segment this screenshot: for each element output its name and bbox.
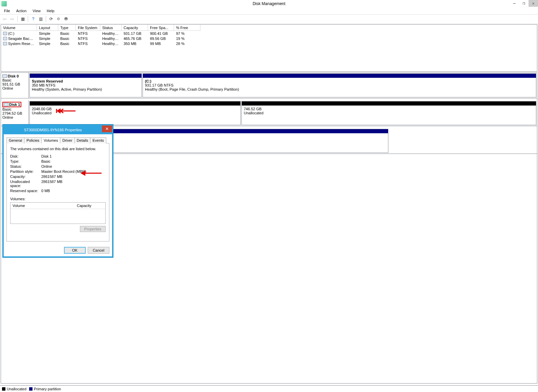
partition-system-reserved[interactable]: System Reserved 350 MB NTFS Healthy (Sys… [29, 73, 142, 97]
disk-1-label[interactable]: Disk 1 Basic 2794.52 GB Online [1, 100, 29, 126]
legend-unallocated: Unallocated [2, 387, 26, 391]
tab-general[interactable]: General [6, 137, 24, 143]
unallocated-region-1[interactable]: 2048.00 GB Unallocated [29, 101, 241, 125]
col-pct-free[interactable]: % Free [174, 25, 200, 31]
disk-row-1[interactable]: Disk 1 Basic 2794.52 GB Online 2048.00 G… [1, 100, 537, 126]
cancel-button[interactable]: Cancel [88, 247, 109, 254]
volume-list: Volume Layout Type File System Status Ca… [1, 24, 537, 72]
swatch-black [2, 387, 5, 391]
disk-row-0[interactable]: Disk 0 Basic 931.51 GB Online System Res… [1, 73, 537, 98]
volumes-box-label: Volumes: [10, 197, 106, 201]
tab-volumes[interactable]: Volumes [41, 137, 60, 143]
col-layout[interactable]: Layout [37, 25, 58, 31]
toolbar-separator [28, 16, 28, 22]
dialog-close-button[interactable]: ✕ [102, 125, 112, 132]
partition-stripe [242, 101, 536, 106]
volume-list-header: Volume Layout Type File System Status Ca… [1, 25, 537, 31]
volume-row[interactable]: (C:) Simple Basic NTFS Healthy (B... 931… [1, 31, 537, 36]
prop-unallocated: 2861587 MB [41, 180, 62, 188]
tab-driver[interactable]: Driver [60, 137, 74, 143]
dialog-title[interactable]: ST3000DM001-9YN166 Properties ✕ [4, 125, 112, 134]
window-title: Disk Management [253, 1, 285, 6]
toolbar-separator [46, 16, 46, 22]
refresh-button[interactable]: ⟳ [48, 16, 55, 22]
menu-action[interactable]: Action [14, 8, 29, 14]
drive-icon [3, 32, 7, 35]
partition-stripe [143, 74, 536, 78]
drive-icon [3, 37, 7, 40]
col-volume[interactable]: Volume [1, 25, 37, 31]
volbox-col-capacity[interactable]: Capacity [75, 203, 105, 209]
back-button[interactable]: ⇦ [1, 16, 8, 22]
prop-partition-style: Master Boot Record (MBR) [41, 169, 86, 174]
partition-stripe [30, 101, 240, 106]
dialog-tabs: General Policies Volumes Driver Details … [6, 137, 109, 143]
forward-button[interactable]: ⇨ [9, 16, 16, 22]
close-button[interactable]: ✕ [529, 0, 538, 7]
rescan-button[interactable]: ⛭ [55, 16, 62, 22]
col-status[interactable]: Status [100, 25, 122, 31]
volume-row[interactable]: System Reserved Simple Basic NTFS Health… [1, 41, 537, 46]
properties-button: Properties [80, 226, 106, 232]
minimize-button[interactable]: — [510, 0, 519, 7]
tab-panel-volumes: The volumes contained on this disk are l… [6, 143, 109, 241]
tab-policies[interactable]: Policies [24, 137, 42, 143]
show-hide-button[interactable]: ▦ [19, 16, 26, 22]
volumes-box[interactable]: Volume Capacity [10, 202, 106, 224]
tab-events[interactable]: Events [90, 137, 106, 143]
partition-stripe [30, 74, 142, 78]
menu-view[interactable]: View [30, 8, 43, 14]
ok-button[interactable]: OK [64, 247, 86, 254]
toolbar: ⇦ ⇨ ▦ ? ▥ ⟳ ⛭ ⛃ [0, 14, 538, 24]
tab-details[interactable]: Details [74, 137, 91, 143]
disk-icon [2, 74, 7, 78]
settings-button[interactable]: ▥ [37, 16, 44, 22]
legend: Unallocated Primary partition [0, 385, 538, 392]
partition-c[interactable]: (C:) 931.17 GB NTFS Healthy (Boot, Page … [143, 73, 536, 97]
properties-dialog: ST3000DM001-9YN166 Properties ✕ General … [3, 124, 113, 257]
swatch-navy [29, 387, 33, 391]
col-free[interactable]: Free Spa... [148, 25, 174, 31]
col-capacity[interactable]: Capacity [122, 25, 148, 31]
volume-row[interactable]: Seagate Backup Pl... Simple Basic NTFS H… [1, 36, 537, 41]
menu-help[interactable]: Help [44, 8, 57, 14]
maximize-button[interactable]: ❐ [519, 0, 529, 7]
help-button[interactable]: ? [30, 16, 37, 22]
prop-type: Basic [41, 159, 50, 163]
prop-reserved: 0 MB [41, 189, 50, 193]
menu-file[interactable]: File [1, 8, 13, 14]
drive-icon [3, 42, 7, 45]
legend-primary: Primary partition [29, 387, 61, 391]
prop-status: Online [41, 164, 52, 168]
col-filesystem[interactable]: File System [76, 25, 100, 31]
panel-description: The volumes contained on this disk are l… [10, 147, 106, 151]
prop-disk: Disk 1 [41, 154, 52, 158]
volbox-col-volume[interactable]: Volume [10, 203, 75, 209]
disk-icon [4, 103, 8, 106]
app-icon [1, 1, 7, 6]
prop-capacity: 2861587 MB [41, 175, 62, 179]
unallocated-region-2[interactable]: 746.52 GB Unallocated [241, 101, 536, 125]
titlebar: Disk Management — ❐ ✕ [0, 0, 538, 7]
toolbar-separator [17, 16, 18, 22]
col-type[interactable]: Type [58, 25, 76, 31]
menubar: File Action View Help [0, 7, 538, 14]
action-button[interactable]: ⛃ [63, 16, 69, 22]
disk-0-label[interactable]: Disk 0 Basic 931.51 GB Online [1, 73, 29, 98]
